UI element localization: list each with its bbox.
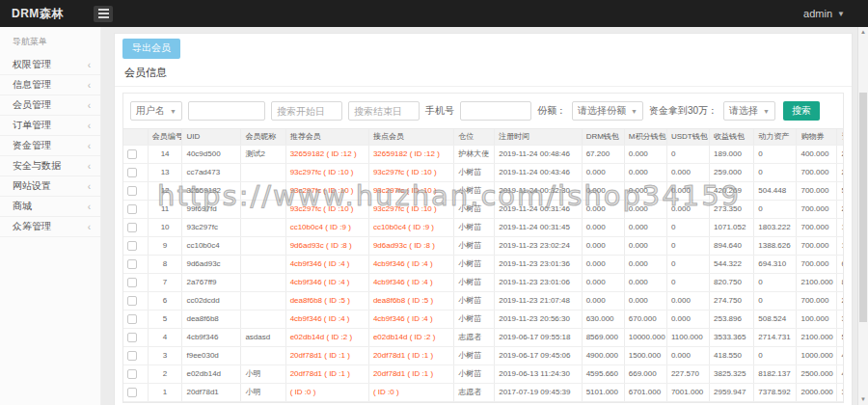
sidebar-item[interactable]: 资金管理 ‹: [0, 136, 100, 156]
cell-usdt-wallet: 0.000: [666, 346, 709, 364]
cell-nickname: 测试2: [241, 145, 285, 163]
cell-points-wallet: 0.000: [624, 291, 666, 310]
cell-node-member: ( ID :0 ): [368, 383, 453, 401]
cell-uid: 32659182: [182, 181, 241, 200]
cell-power-asset: 508.524: [754, 310, 797, 328]
cell-referrer: ( ID :0 ): [285, 383, 368, 401]
row-checkbox[interactable]: [127, 241, 137, 251]
cell-voucher: 700.000: [797, 181, 837, 200]
cell-voucher: 700.000: [797, 218, 837, 236]
start-date-input[interactable]: [271, 101, 342, 121]
sidebar-toggle-button[interactable]: [94, 6, 113, 22]
cell-referrer: e02db14d ( ID :2 ): [285, 328, 368, 346]
cell-uid: e02db14d: [182, 364, 241, 383]
cell-voucher: 2500.000: [797, 364, 837, 383]
row-checkbox[interactable]: [127, 388, 137, 397]
cell-position: 小树苗: [454, 273, 495, 291]
sidebar-item-label: 众筹管理: [13, 220, 51, 233]
cell-position: 小树苗: [454, 364, 495, 383]
cell-power-asset: 504.448: [754, 181, 797, 200]
row-checkbox[interactable]: [127, 204, 137, 214]
chevron-left-icon: ‹: [88, 121, 91, 131]
cell-uid: 4cb9f346: [182, 328, 241, 346]
cell-uid: 99f697fd: [182, 200, 241, 218]
row-checkbox[interactable]: [127, 223, 137, 232]
funds-select[interactable]: 请选择 ▼: [723, 101, 775, 121]
scroll-down-arrow-icon[interactable]: ▼: [858, 394, 868, 405]
sidebar-item[interactable]: 信息管理 ‹: [0, 75, 100, 95]
cell-points-wallet: 0.000: [624, 236, 666, 255]
row-checkbox[interactable]: [127, 168, 137, 177]
cell-nickname: [241, 163, 285, 181]
end-date-input[interactable]: [348, 101, 420, 121]
row-checkbox[interactable]: [127, 278, 137, 287]
cell-uid: dea8f6b8: [182, 310, 241, 328]
funds-select-value: 请选择: [729, 104, 758, 118]
search-field-select[interactable]: 用户名 ▼: [130, 101, 182, 121]
cell-reg-time: 2019-11-23 20:56:30: [495, 310, 582, 328]
cell-uid: 40c9d500: [182, 145, 241, 163]
cell-node-member: 32659182 ( ID :12 ): [368, 145, 453, 163]
row-checkbox[interactable]: [127, 351, 137, 361]
cell-power-asset: 2714.731: [754, 328, 797, 346]
sidebar-item[interactable]: 安全与数据 ‹: [0, 156, 100, 176]
cell-funds: 1038.355: [837, 236, 844, 255]
cell-funds: 626.938: [837, 255, 844, 273]
cell-power-asset: 0: [754, 145, 797, 163]
cell-reg-time: 2019-11-23 23:01:06: [495, 273, 582, 291]
sidebar-item[interactable]: 商城 ‹: [0, 197, 100, 217]
cell-nickname: [241, 346, 285, 364]
cell-nickname: [241, 218, 285, 236]
row-checkbox[interactable]: [127, 259, 137, 269]
scrollbar-thumb[interactable]: [859, 93, 867, 322]
cell-member-no: 4: [148, 328, 182, 346]
cell-income-wallet: 253.896: [710, 310, 754, 328]
cell-member-no: 11: [148, 200, 182, 218]
cell-drm-wallet: 0.000: [582, 236, 624, 255]
share-label: 份额：: [537, 104, 566, 118]
cell-referrer: 93c297fc ( ID :10 ): [285, 200, 368, 218]
cell-referrer: dea8f6b8 ( ID :5 ): [285, 291, 368, 310]
chevron-left-icon: ‹: [88, 181, 91, 192]
cell-points-wallet: 0.000: [624, 218, 666, 236]
cell-voucher: 700.000: [797, 255, 837, 273]
column-header: 会员昵称: [241, 129, 285, 145]
export-members-button[interactable]: 导出会员: [122, 39, 180, 59]
cell-position: 小树苗: [454, 200, 495, 218]
row-checkbox[interactable]: [127, 296, 137, 306]
row-checkbox[interactable]: [127, 186, 137, 196]
cell-uid: cc7ad473: [182, 163, 241, 181]
sidebar-item[interactable]: 众筹管理 ‹: [0, 217, 100, 237]
phone-input[interactable]: [460, 101, 531, 121]
scroll-up-arrow-icon[interactable]: ▲: [858, 27, 868, 38]
sidebar-item[interactable]: 网站设置 ‹: [0, 176, 100, 197]
hamburger-icon: [98, 13, 109, 14]
row-checkbox[interactable]: [127, 149, 137, 159]
table-row: 14 40c9d500 测试2 32659182 ( ID :12 ) 3265…: [123, 145, 844, 163]
cell-member-no: 1: [148, 383, 182, 401]
row-checkbox[interactable]: [127, 333, 137, 342]
sidebar-item[interactable]: 会员管理 ‹: [0, 95, 100, 116]
search-button[interactable]: 搜索: [783, 101, 820, 121]
brand-logo: DRM森林: [0, 6, 101, 22]
row-checkbox[interactable]: [127, 369, 137, 379]
cell-power-asset: 0: [754, 291, 797, 310]
cell-usdt-wallet: 0.000: [666, 163, 709, 181]
sidebar-item[interactable]: 权限管理 ‹: [0, 55, 100, 75]
sidebar-item[interactable]: 订单管理 ‹: [0, 116, 100, 136]
keyword-input[interactable]: [188, 101, 265, 121]
cell-income-wallet: 1071.052: [710, 218, 754, 236]
cell-referrer: cc10b0c4 ( ID :9 ): [285, 218, 368, 236]
cell-drm-wallet: 4595.660: [582, 364, 624, 383]
cell-voucher: 400.000: [797, 145, 837, 163]
top-bar: DRM森林 admin ▼: [0, 0, 868, 27]
column-header: USDT钱包: [666, 129, 709, 145]
share-select[interactable]: 请选择份额 ▼: [572, 101, 643, 121]
cell-funds: 303.776: [837, 310, 844, 328]
row-checkbox[interactable]: [127, 314, 137, 324]
cell-usdt-wallet: 0.000: [666, 200, 709, 218]
sidebar-item-label: 会员管理: [13, 98, 51, 112]
user-menu[interactable]: admin ▼: [803, 8, 845, 19]
cell-power-asset: 8182.137: [754, 364, 797, 383]
table-row: 11 99f697fd 93c297fc ( ID :10 ) 93c297fc…: [123, 200, 844, 218]
